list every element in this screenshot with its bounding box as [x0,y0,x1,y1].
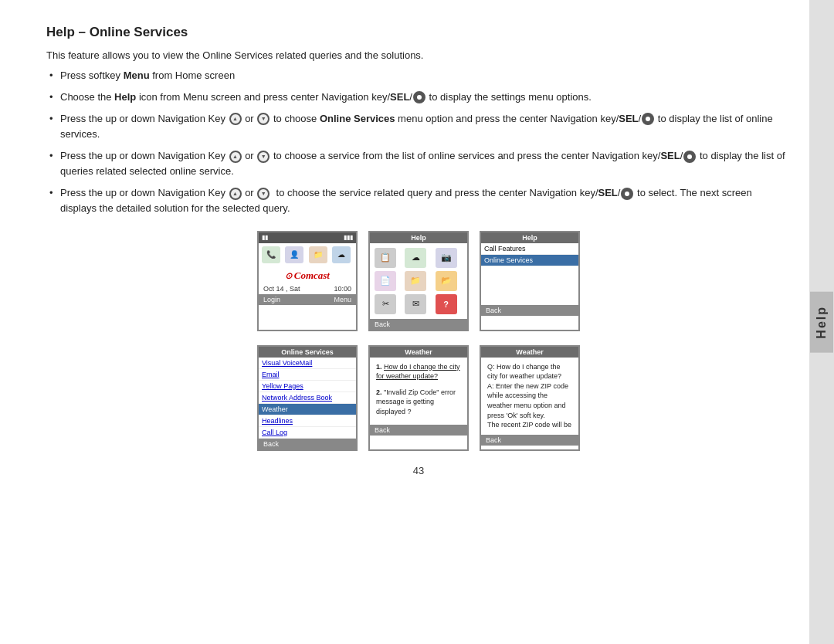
screen-online-services: Online Services Visual VoiceMail Email Y… [257,345,358,451]
down-icon-2 [257,151,270,163]
screen2-footer: Back [370,319,467,330]
home-datetime: Oct 14 , Sat 10:00 [259,283,356,294]
screen6-softkey-left: Back [486,436,501,444]
screen1-softkey-left: Login [263,296,280,303]
bullet-item-3: Press the up or down Navigation Key or t… [46,111,791,142]
cloud-icon: ☁ [332,246,351,263]
signal-icon: ▮▮ [262,234,268,241]
menu-icon-2: ☁ [405,248,426,268]
screen5-body: 1. How do I change the city for weather … [370,358,467,425]
intro-text: This feature allows you to view the Onli… [46,48,791,63]
menu-icon-1: 📋 [375,248,396,268]
query2-text: "Invalid Zip Code" error message is gett… [376,388,456,415]
query1-text: How do I change the city for weather upd… [376,363,460,381]
os-item-calllog: Call Log [259,427,356,439]
screen6-body: Q: How do I change the city for weather … [481,358,578,435]
weather-detail-text: Q: How do I change the city for weather … [484,361,575,432]
phone-icon: 📞 [262,246,280,263]
main-content: Help – Online Services This feature allo… [46,25,797,644]
screen6-footer: Back [481,435,578,446]
os-item-nab: Network Address Book [259,392,356,404]
bullet-item-2: Choose the Help icon from Menu screen an… [46,90,791,105]
screen4-footer: Back [259,439,356,449]
contacts-icon: 👤 [285,246,303,263]
screen5-header: Weather [370,347,467,358]
screen-weather-detail: Weather Q: How do I change the city for … [480,345,580,451]
screen3-footer: Back [481,305,578,316]
menu-icon-5: 📁 [405,271,426,291]
up-icon-1 [229,113,242,125]
screen1-footer: Login Menu [259,294,356,305]
weather-query-2: 2. "Invalid Zip Code" error message is g… [373,386,464,419]
query2-num: 2. [376,388,384,396]
screen2-body: 📋 ☁ 📷 📄 📁 📂 ✂ ✉ ? [370,243,467,319]
screen2-softkey-left: Back [375,320,390,328]
home-date: Oct 14 , Sat [263,285,300,293]
screen5-softkey-left: Back [375,426,390,434]
screen-help-menu: Help 📋 ☁ 📷 📄 📁 📂 ✂ ✉ ? [368,231,469,331]
screen3-softkey-left: Back [486,307,501,314]
folder-icon: 📁 [309,246,327,263]
screen4-header: Online Services [259,347,356,358]
home-icons-grid: 📞 👤 📁 ☁ [259,243,356,266]
screen4-softkey-left: Back [263,440,279,448]
menu-icon-4: 📄 [375,271,396,291]
bold-menu: Menu [124,69,150,81]
menu-icon-6: 📂 [436,271,457,291]
sidebar-tab-label: Help [810,292,833,353]
bullet-item-1: Press softkey Menu from Home screen [46,68,791,83]
bullet-item-5: Press the up or down Navigation Key or t… [46,185,791,216]
up-icon-3 [229,188,242,200]
screen-home: ▮▮ ▮▮▮ 📞 👤 📁 ☁ Comcast Oct 14 , Sat 10:0… [257,231,358,331]
screen-help-list: Help Call Features Online Services Back [480,231,580,331]
screen-top-bar: ▮▮ ▮▮▮ [259,232,356,243]
sel-icon-3 [683,151,696,163]
screenshots-row-2: Online Services Visual VoiceMail Email Y… [46,345,791,451]
os-item-vvm: Visual VoiceMail [259,358,356,369]
screen4-body: Visual VoiceMail Email Yellow Pages Netw… [259,358,356,439]
screen-weather-queries: Weather 1. How do I change the city for … [368,345,469,451]
bold-online-services: Online Services [320,113,395,124]
battery-icon: ▮▮▮ [344,234,353,241]
screen5-footer: Back [370,425,467,436]
help-list-online-services: Online Services [481,255,578,266]
sidebar-tab: Help [809,0,834,644]
up-icon-2 [229,151,242,163]
comcast-logo: Comcast [259,266,356,283]
screen3-body: Call Features Online Services [481,243,578,305]
os-item-headlines: Headlines [259,415,356,427]
page-title: Help – Online Services [46,25,791,40]
help-list-call-features: Call Features [481,243,578,255]
weather-query-1: 1. How do I change the city for weather … [373,361,464,383]
query1-num: 1. [376,363,384,371]
screen6-header: Weather [481,347,578,358]
sel-icon-4 [621,188,633,200]
down-icon-1 [257,113,270,125]
screen3-header: Help [481,232,578,243]
bold-help: Help [114,91,136,103]
os-item-yp: Yellow Pages [259,381,356,392]
menu-icon-7: ✂ [375,294,396,314]
menu-icon-3: 📷 [436,248,457,268]
page-number: 43 [46,465,791,476]
sel-icon-1 [413,91,425,103]
down-icon-3 [257,188,270,200]
home-time: 10:00 [334,285,351,293]
bullet-list: Press softkey Menu from Home screen Choo… [46,68,791,217]
sel-icon-2 [642,113,654,125]
screen1-softkey-right: Menu [334,296,351,303]
screen2-header: Help [370,232,467,243]
os-item-weather: Weather [259,404,356,415]
bullet-item-4: Press the up or down Navigation Key or t… [46,148,791,179]
os-item-email: Email [259,369,356,381]
menu-icon-help: ? [436,294,457,314]
menu-icon-8: ✉ [405,294,426,314]
screenshots-row-1: ▮▮ ▮▮▮ 📞 👤 📁 ☁ Comcast Oct 14 , Sat 10:0… [46,231,791,331]
